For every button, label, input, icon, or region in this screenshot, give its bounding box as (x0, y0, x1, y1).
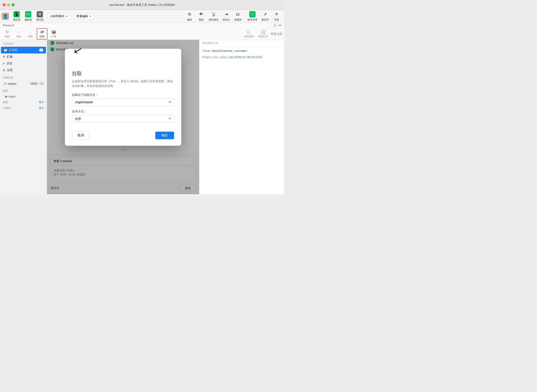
confirm-button[interactable]: 确定 (155, 132, 174, 139)
remote-branch-select[interactable]: origin/master (72, 98, 174, 106)
testcase-label: 测试号 (261, 18, 269, 21)
code-manage-label: 代码管理 (244, 35, 254, 38)
pull-git-button[interactable]: ↓ 抓取 (25, 29, 36, 39)
code-manage-button[interactable]: ⬡ 代码管理 (242, 29, 256, 39)
simulator-label: 模拟器 (13, 18, 20, 21)
merge-method-select[interactable]: 合并 (72, 115, 174, 122)
clone-line: clone nboat2/wechat_consumer (202, 49, 281, 52)
preview-icon: 👁 (198, 11, 204, 17)
iphone-bar: iPhone 5 ⬜ ••• (0, 23, 284, 28)
realtest-icon: 📡 (211, 11, 217, 17)
realtest-label: 真机调试 (209, 18, 219, 21)
clearcache-label: 清缓存 (234, 18, 242, 21)
compile-dropdown[interactable]: 普通编辑 (74, 13, 94, 19)
debugger-button[interactable]: ⚙ 调试器 (34, 10, 46, 22)
settings-item-label: 设置 (7, 68, 13, 72)
version-icon: ⬡ (249, 11, 256, 17)
fetch-icon: ⇄ (41, 29, 44, 34)
cancel-button[interactable]: 取消 (72, 131, 90, 140)
window-icon: ⬜ (273, 24, 276, 27)
sidebar-item-master[interactable]: ⎇ master HEAD ↑1 (0, 80, 47, 87)
switchback-label: 切后台 (223, 18, 230, 21)
close-button[interactable] (3, 3, 6, 6)
sidebar-item-origin[interactable]: ▶ origin (0, 94, 47, 99)
realtest-button[interactable]: 📡 真机调试 (207, 10, 220, 22)
fullscreen-button[interactable] (12, 3, 14, 6)
titlebar: wechat-test - 微信开发者工具 Stable 1.03.200609… (0, 0, 284, 10)
version-button[interactable]: ⬡ 版本管理 (246, 10, 259, 22)
switchback-button[interactable]: ⇥ 切后台 (220, 10, 232, 22)
sidebar-item-history[interactable]: ↩ 历史 (0, 60, 47, 67)
url-line: https://s1.ax1x.com/2020/07/09/Un225D. (202, 56, 281, 59)
store-git-button[interactable]: 📦 贮藏 (48, 29, 59, 39)
settings-icon: ⚙ (3, 68, 6, 72)
push-git-button[interactable]: ↑ 推送 (14, 29, 24, 39)
git-toolbar-right: ⬡ 代码管理 ⬜ 终端打开 何导入此 (242, 29, 282, 39)
debugger-label: 调试器 (36, 18, 44, 21)
readme-filename: README.md (202, 42, 218, 45)
window-title: wechat-test - 微信开发者工具 Stable 1.03.200609… (109, 3, 175, 7)
upload-badge: ↑1 (39, 82, 44, 85)
preview-button[interactable]: 👁 预览 (195, 10, 207, 22)
code-manage-icon: ⬡ (247, 29, 251, 34)
modal-description: 从远程仓库拉取最新的记录（Pull），并合入 HEAD，如果工作区有变更，将会自… (72, 79, 174, 89)
modal-overlay: ↙ 拉取 从远程仓库拉取最新的记录（Pull），并合入 HEAD，如果工作区有变… (47, 40, 199, 194)
testcase-button[interactable]: ↗ 测试号 (259, 10, 271, 22)
expand-icon: ▶ (5, 95, 8, 98)
right-panel-header: README.md (199, 40, 284, 47)
dots-icon: ••• (278, 24, 281, 27)
sidebar-item-settings[interactable]: ⚙ 设置 (0, 67, 47, 74)
pull-label: 抓取 (28, 35, 33, 38)
workspace-icon: 📁 (4, 48, 7, 52)
compile-icon: ↻ (186, 11, 193, 17)
minimize-button[interactable] (7, 3, 10, 6)
pull-icon: ↓ (29, 30, 32, 34)
workspace-badge: 1 (39, 48, 43, 52)
terminal-icon: ⬜ (261, 29, 266, 34)
pull-modal: ↙ 拉取 从远程仓库拉取最新的记录（Pull），并合入 HEAD，如果工作区有变… (65, 49, 181, 146)
master-branch-label: master (8, 82, 17, 85)
detail-button[interactable]: ≡ 详情 (271, 10, 282, 22)
branch-badges: HEAD ↑1 (29, 82, 44, 85)
refresh-git-button[interactable]: ↻ 刷新 (2, 29, 13, 39)
submodule-row: 子模块 显示 (0, 105, 47, 111)
debugger-icon: ⚙ (37, 11, 43, 17)
clone-text: clone (202, 49, 210, 52)
store-sidebar-icon: ⬆ (3, 55, 5, 59)
editor-label: 编辑器 (25, 18, 32, 21)
store-icon: 📦 (51, 29, 56, 34)
mode-dropdown[interactable]: 小程序模式 (48, 13, 70, 19)
head-badge: HEAD (29, 82, 38, 85)
main-toolbar: 👤 📱 模拟器 </> 编辑器 ⚙ 调试器 小程序模式 普通编辑 ↻ 编译 👁 … (0, 10, 284, 23)
main-layout: 工作空间 📁 工作区 1 ⬆ 贮藏 ↩ 历史 ⚙ 设置 本地分支 ⎇ maste… (0, 40, 284, 194)
clearcache-icon: 🗂 (235, 11, 241, 17)
local-branches-title: 本地分支 (0, 74, 47, 80)
iphone-controls: ⬜ ••• (273, 24, 281, 27)
simulator-button[interactable]: 📱 模拟器 (11, 10, 22, 22)
history-icon: ↩ (3, 62, 5, 65)
merge-method-label: 合并方式： (72, 110, 174, 113)
preview-label: 预览 (199, 18, 204, 21)
submodule-show-link[interactable]: 显示 (39, 106, 44, 110)
terminal-button[interactable]: ⬜ 终端打开 (257, 29, 270, 39)
remote-title: 远程 (0, 87, 47, 94)
tags-show-link[interactable]: 显示 (39, 100, 44, 104)
toolbar-right: ↻ 编译 👁 预览 📡 真机调试 ⇥ 切后台 🗂 清缓存 ⬡ 版本管理 ↗ 测试… (184, 10, 282, 22)
switchback-icon: ⇥ (223, 11, 229, 17)
clearcache-button[interactable]: 🗂 清缓存 (232, 10, 244, 22)
history-item-label: 历史 (7, 61, 13, 65)
iphone-label-text: iPhone 5 (3, 24, 14, 27)
push-label: 推送 (16, 35, 21, 38)
sidebar-item-workspace[interactable]: 📁 工作区 1 (1, 47, 46, 53)
traffic-lights (3, 3, 14, 6)
editor-button[interactable]: </> 编辑器 (22, 10, 34, 22)
status-bar: 页面路径 pages/home/HomePage/HomePage ⧉ 👁 ••… (0, 194, 284, 196)
submodule-title: 子模块 (3, 106, 11, 110)
fetch-git-button[interactable]: ⇄ 拉取 (37, 28, 48, 40)
compile-label: 编译 (187, 18, 192, 21)
content-area: ✓ README.md ✓ README.md 〜 秦雨舟 提交 (47, 40, 199, 194)
avatar[interactable]: 👤 (2, 13, 9, 20)
version-label: 版本管理 (247, 18, 257, 21)
compile-button[interactable]: ↻ 编译 (184, 10, 195, 22)
sidebar-item-store[interactable]: ⬆ 贮藏 (0, 53, 47, 60)
